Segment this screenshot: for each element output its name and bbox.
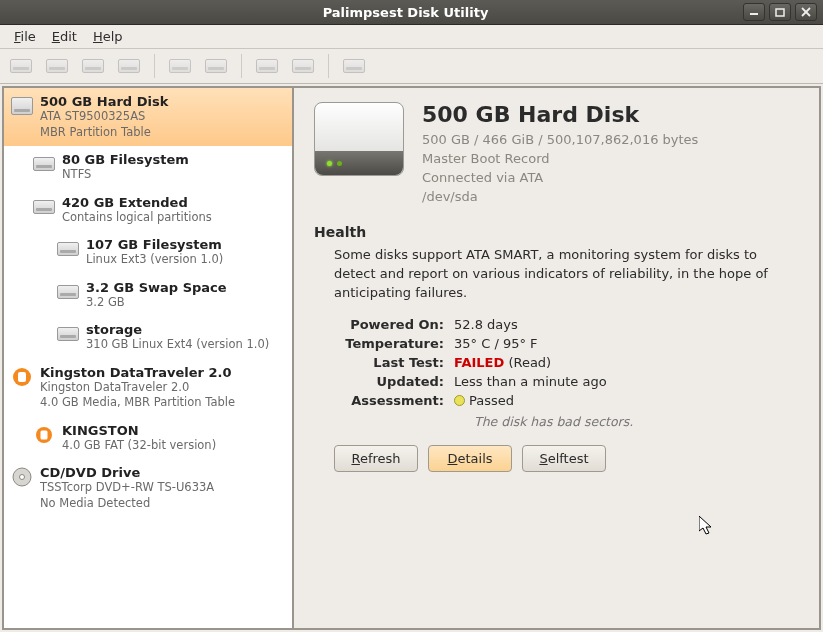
hard-disk-icon — [10, 94, 34, 118]
health-heading: Health — [314, 224, 799, 240]
sidebar-item-sub: ATA ST9500325AS — [40, 109, 168, 125]
sidebar-item-partition[interactable]: 107 GB Filesystem Linux Ext3 (version 1.… — [4, 231, 292, 274]
sidebar-item-sub: 4.0 GB Media, MBR Partition Table — [40, 395, 235, 411]
toolbar-separator — [241, 54, 242, 78]
health-note: The disk has bad sectors. — [474, 414, 799, 429]
toolbar-unmount-icon[interactable] — [42, 53, 72, 79]
powered-on-value: 52.8 days — [454, 317, 799, 332]
selftest-button[interactable]: Selftest — [522, 445, 606, 472]
sidebar-item-sub: 3.2 GB — [86, 295, 227, 311]
partition-icon — [32, 152, 56, 176]
partition-icon — [32, 195, 56, 219]
partition-icon — [56, 280, 80, 304]
sidebar-item-sub: Contains logical partitions — [62, 210, 212, 226]
sidebar-item-storage[interactable]: storage 310 GB Linux Ext4 (version 1.0) — [4, 316, 292, 359]
menu-file[interactable]: File — [6, 27, 44, 46]
titlebar: Palimpsest Disk Utility — [0, 0, 823, 25]
toolbar-unlock-icon[interactable] — [165, 53, 195, 79]
disk-size: 500 GB / 466 GiB / 500,107,862,016 bytes — [422, 131, 698, 150]
assessment-label: Assessment: — [334, 393, 454, 408]
toolbar-lock-icon[interactable] — [201, 53, 231, 79]
refresh-button[interactable]: Refresh — [334, 445, 418, 472]
svg-rect-1 — [776, 9, 784, 16]
sidebar-item-partition[interactable]: 80 GB Filesystem NTFS — [4, 146, 292, 189]
toolbar-stop-icon[interactable] — [288, 53, 318, 79]
sidebar-item-extended[interactable]: 420 GB Extended Contains logical partiti… — [4, 189, 292, 232]
status-dot-icon — [454, 395, 465, 406]
toolbar-erase-icon[interactable] — [339, 53, 369, 79]
window-title: Palimpsest Disk Utility — [70, 5, 741, 20]
powered-on-label: Powered On: — [334, 317, 454, 332]
disk-title: 500 GB Hard Disk — [422, 102, 698, 127]
minimize-button[interactable] — [743, 3, 765, 21]
last-test-label: Last Test: — [334, 355, 454, 370]
svg-rect-7 — [41, 430, 48, 439]
sidebar-item-label: Kingston DataTraveler 2.0 — [40, 365, 235, 380]
connection: Connected via ATA — [422, 169, 698, 188]
toolbar-separator — [328, 54, 329, 78]
sidebar-item-sub: Linux Ext3 (version 1.0) — [86, 252, 223, 268]
menubar: File Edit Help — [0, 25, 823, 49]
partition-icon — [56, 237, 80, 261]
menu-edit[interactable]: Edit — [44, 27, 85, 46]
sidebar-item-label: 500 GB Hard Disk — [40, 94, 168, 109]
sidebar-item-label: CD/DVD Drive — [40, 465, 214, 480]
toolbar-mount-icon[interactable] — [6, 53, 36, 79]
health-body: Some disks support ATA SMART, a monitori… — [334, 246, 794, 303]
partition-scheme: Master Boot Record — [422, 150, 698, 169]
sidebar-item-label: 80 GB Filesystem — [62, 152, 189, 167]
assessment-value: Passed — [454, 393, 799, 408]
partition-icon — [56, 322, 80, 346]
sidebar-item-label: 420 GB Extended — [62, 195, 212, 210]
svg-point-9 — [20, 475, 25, 480]
optical-drive-icon — [10, 465, 34, 489]
details-button[interactable]: Details — [428, 445, 512, 472]
close-button[interactable] — [795, 3, 817, 21]
sidebar-item-label: KINGSTON — [62, 423, 216, 438]
updated-value: Less than a minute ago — [454, 374, 799, 389]
sidebar-item-swap[interactable]: 3.2 GB Swap Space 3.2 GB — [4, 274, 292, 317]
hard-disk-large-icon — [314, 102, 404, 176]
updated-label: Updated: — [334, 374, 454, 389]
sidebar-item-label: 107 GB Filesystem — [86, 237, 223, 252]
sidebar-item-sub: 4.0 GB FAT (32-bit version) — [62, 438, 216, 454]
sidebar-item-label: storage — [86, 322, 269, 337]
svg-rect-5 — [18, 372, 26, 382]
sidebar-item-sub: NTFS — [62, 167, 189, 183]
detail-pane: 500 GB Hard Disk 500 GB / 466 GiB / 500,… — [293, 86, 821, 630]
sidebar-item-partition[interactable]: KINGSTON 4.0 GB FAT (32-bit version) — [4, 417, 292, 460]
sidebar-item-label: 3.2 GB Swap Space — [86, 280, 227, 295]
toolbar-separator — [154, 54, 155, 78]
toolbar-start-icon[interactable] — [252, 53, 282, 79]
sidebar-item-sub: Kingston DataTraveler 2.0 — [40, 380, 235, 396]
usb-drive-icon — [10, 365, 34, 389]
device-path: /dev/sda — [422, 188, 698, 207]
device-tree[interactable]: 500 GB Hard Disk ATA ST9500325AS MBR Par… — [2, 86, 293, 630]
sidebar-item-sub: TSSTcorp DVD+-RW TS-U633A — [40, 480, 214, 496]
toolbar — [0, 49, 823, 84]
sidebar-item-sub: No Media Detected — [40, 496, 214, 512]
maximize-button[interactable] — [769, 3, 791, 21]
sidebar-item-hard-disk[interactable]: 500 GB Hard Disk ATA ST9500325AS MBR Par… — [4, 88, 292, 146]
menu-help[interactable]: Help — [85, 27, 131, 46]
toolbar-eject-icon[interactable] — [78, 53, 108, 79]
sidebar-item-sub: MBR Partition Table — [40, 125, 168, 141]
temperature-label: Temperature: — [334, 336, 454, 351]
usb-drive-icon — [32, 423, 56, 447]
sidebar-item-sub: 310 GB Linux Ext4 (version 1.0) — [86, 337, 269, 353]
sidebar-item-optical[interactable]: CD/DVD Drive TSSTcorp DVD+-RW TS-U633A N… — [4, 459, 292, 517]
sidebar-item-usb-drive[interactable]: Kingston DataTraveler 2.0 Kingston DataT… — [4, 359, 292, 417]
last-test-value: FAILED (Read) — [454, 355, 799, 370]
temperature-value: 35° C / 95° F — [454, 336, 799, 351]
toolbar-detach-icon[interactable] — [114, 53, 144, 79]
